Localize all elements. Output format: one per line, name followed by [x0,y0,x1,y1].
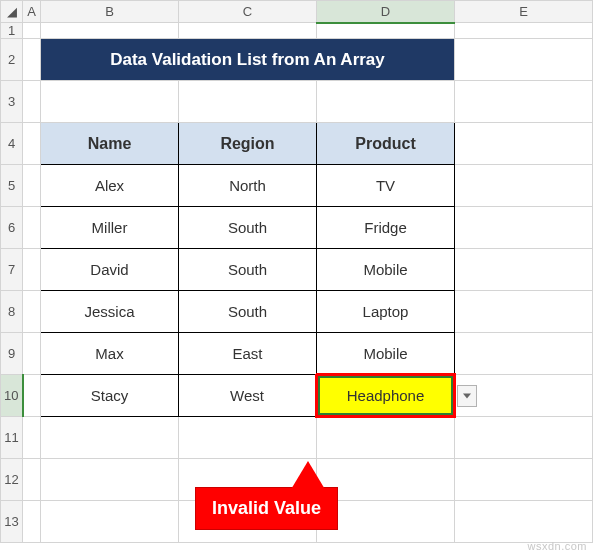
invalid-value-text: Headphone [347,387,425,404]
invalid-value-callout: Invalid Value [195,487,338,530]
col-header-C[interactable]: C [179,1,317,23]
cell-region-1[interactable]: South [179,207,317,249]
cell-name-1[interactable]: Miller [41,207,179,249]
cell-A2[interactable] [23,39,41,81]
cell-C1[interactable] [179,23,317,39]
cell-E4[interactable] [455,123,593,165]
header-product[interactable]: Product [317,123,455,165]
cell-B1[interactable] [41,23,179,39]
cell-name-5[interactable]: Stacy [41,375,179,417]
cell-region-0[interactable]: North [179,165,317,207]
cell-E5[interactable] [455,165,593,207]
row-header-3[interactable]: 3 [1,81,23,123]
cell-region-4[interactable]: East [179,333,317,375]
cell-B13[interactable] [41,501,179,543]
cell-A6[interactable] [23,207,41,249]
cell-A8[interactable] [23,291,41,333]
cell-A3[interactable] [23,81,41,123]
cell-D11[interactable] [317,417,455,459]
cell-D3[interactable] [317,81,455,123]
col-header-D[interactable]: D [317,1,455,23]
row-header-12[interactable]: 12 [1,459,23,501]
title-cell[interactable]: Data Validation List from An Array [41,39,455,81]
cell-product-1[interactable]: Fridge [317,207,455,249]
cell-region-2[interactable]: South [179,249,317,291]
cell-B12[interactable] [41,459,179,501]
cell-region-3[interactable]: South [179,291,317,333]
header-name[interactable]: Name [41,123,179,165]
col-header-A[interactable]: A [23,1,41,23]
cell-A4[interactable] [23,123,41,165]
cell-B3[interactable] [41,81,179,123]
row-header-9[interactable]: 9 [1,333,23,375]
row-header-10[interactable]: 10 [1,375,23,417]
row-header-8[interactable]: 8 [1,291,23,333]
row-header-4[interactable]: 4 [1,123,23,165]
cell-E2[interactable] [455,39,593,81]
cell-A10[interactable] [23,375,41,417]
cell-name-3[interactable]: Jessica [41,291,179,333]
row-header-6[interactable]: 6 [1,207,23,249]
cell-product-5-invalid[interactable]: Headphone [317,375,455,417]
cell-E1[interactable] [455,23,593,39]
row-header-2[interactable]: 2 [1,39,23,81]
cell-A12[interactable] [23,459,41,501]
cell-E9[interactable] [455,333,593,375]
col-header-B[interactable]: B [41,1,179,23]
cell-A9[interactable] [23,333,41,375]
watermark-text: wsxdn.com [527,540,587,552]
cell-product-3[interactable]: Laptop [317,291,455,333]
cell-name-4[interactable]: Max [41,333,179,375]
cell-E11[interactable] [455,417,593,459]
cell-product-4[interactable]: Mobile [317,333,455,375]
row-header-5[interactable]: 5 [1,165,23,207]
cell-B11[interactable] [41,417,179,459]
header-region[interactable]: Region [179,123,317,165]
cell-A7[interactable] [23,249,41,291]
cell-E12[interactable] [455,459,593,501]
cell-E3[interactable] [455,81,593,123]
cell-A1[interactable] [23,23,41,39]
cell-A13[interactable] [23,501,41,543]
cell-E6[interactable] [455,207,593,249]
select-all-corner[interactable]: ◢ [1,1,23,23]
cell-C11[interactable] [179,417,317,459]
row-header-7[interactable]: 7 [1,249,23,291]
cell-name-2[interactable]: David [41,249,179,291]
cell-E10[interactable] [455,375,593,417]
cell-D1[interactable] [317,23,455,39]
cell-E7[interactable] [455,249,593,291]
cell-region-5[interactable]: West [179,375,317,417]
col-header-E[interactable]: E [455,1,593,23]
cell-E13[interactable] [455,501,593,543]
cell-product-0[interactable]: TV [317,165,455,207]
cell-C3[interactable] [179,81,317,123]
cell-A5[interactable] [23,165,41,207]
row-header-13[interactable]: 13 [1,501,23,543]
callout-arrow-icon [290,461,326,491]
cell-name-0[interactable]: Alex [41,165,179,207]
row-header-1[interactable]: 1 [1,23,23,39]
callout-label: Invalid Value [195,487,338,530]
cell-A11[interactable] [23,417,41,459]
cell-E8[interactable] [455,291,593,333]
row-header-11[interactable]: 11 [1,417,23,459]
cell-product-2[interactable]: Mobile [317,249,455,291]
